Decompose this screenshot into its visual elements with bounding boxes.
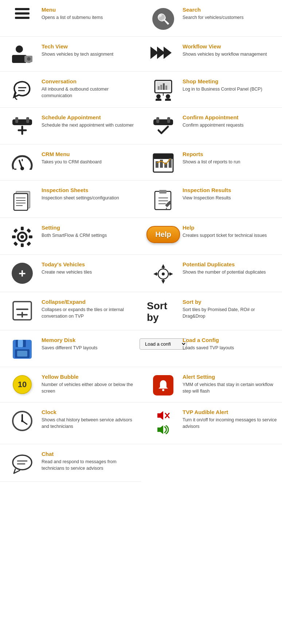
crm-menu-item[interactable]: CRM Menu Takes you to CRM dashboard (0, 144, 141, 180)
svg-rect-15 (165, 86, 167, 90)
svg-rect-12 (158, 86, 160, 90)
load-config-title: Load a Config (183, 337, 278, 343)
mute-icon (157, 410, 170, 423)
tech-view-icon (6, 43, 39, 65)
svg-rect-4 (27, 61, 31, 63)
todays-vehicles-icon: + (6, 261, 39, 284)
setting-item[interactable]: Setting Both SmartFlow & CRM settings (0, 218, 141, 255)
help-item[interactable]: Help Help Creates support ticket for tec… (141, 218, 282, 255)
sort-by-item[interactable]: Sort by Sort by Sort tiles by Promised D… (141, 292, 282, 330)
help-title: Help (183, 224, 278, 231)
svg-point-3 (27, 57, 31, 61)
conversation-item[interactable]: Conversation All inbound & outbound cust… (0, 72, 141, 108)
potential-duplicates-icon (147, 261, 180, 285)
menu-desc: Opens a list of submenu items (42, 15, 137, 21)
svg-rect-24 (15, 117, 18, 123)
svg-rect-19 (165, 99, 171, 101)
chat-icon (6, 451, 39, 475)
menu-item[interactable]: Menu Opens a list of submenu items (0, 0, 141, 37)
collapse-expand-icon (6, 299, 39, 321)
sort-by-label: Sort by (147, 300, 180, 323)
menu-title: Menu (42, 7, 137, 13)
tvp-audible-alert-desc: Turn it on/off for incoming messages to … (183, 417, 278, 430)
alert-setting-icon (147, 374, 180, 395)
clock-item[interactable]: Clock Shows chat history between service… (0, 402, 141, 444)
shop-meeting-title: Shop Meeting (183, 78, 278, 85)
crm-menu-title: CRM Menu (42, 151, 137, 158)
svg-rect-64 (13, 242, 18, 246)
svg-rect-31 (156, 117, 159, 123)
workflow-view-icon (147, 43, 180, 61)
reports-item[interactable]: Reports Shows a list of reports to run (141, 144, 282, 180)
confirm-appointment-title: Confirm Appointment (183, 114, 278, 121)
icon-grid: Menu Opens a list of submenu items Searc… (0, 0, 282, 482)
search-title: Search (183, 7, 278, 13)
memory-disk-desc: Saves different TVP layouts (42, 345, 137, 351)
svg-point-0 (16, 45, 23, 53)
alert-setting-item[interactable]: Alert Setting YMM of vehicles that stay … (141, 367, 282, 402)
workflow-view-item[interactable]: Workflow View Shows vehicles by workflow… (141, 37, 282, 72)
svg-rect-63 (27, 228, 31, 233)
svg-marker-69 (161, 280, 165, 284)
confirm-appointment-item[interactable]: Confirm Appointment Confirm appointment … (141, 108, 282, 144)
workflow-view-title: Workflow View (183, 43, 278, 50)
svg-rect-25 (26, 117, 29, 123)
tech-view-desc: Shows vehicles by tech assignment (42, 51, 137, 58)
todays-vehicles-item[interactable]: + Today's Vehicles Create new vehicles t… (0, 255, 141, 292)
sort-by-title: Sort by (183, 299, 278, 305)
collapse-expand-desc: Collapses or expands the tiles or intern… (42, 307, 137, 319)
setting-title: Setting (42, 224, 137, 231)
svg-rect-59 (21, 243, 24, 247)
collapse-expand-title: Collapse/Expand (42, 299, 137, 305)
potential-duplicates-item[interactable]: Potential Duplicates Shows the number of… (141, 255, 282, 292)
svg-rect-14 (163, 83, 165, 90)
sort-by-text-icon: Sort by (147, 299, 180, 323)
svg-marker-67 (161, 264, 165, 268)
alert-setting-desc: YMM of vehicles that stay in certain wor… (183, 382, 278, 394)
search-item[interactable]: Search Search for vehicles/customers (141, 0, 282, 37)
crm-menu-desc: Takes you to CRM dashboard (42, 159, 137, 166)
shop-meeting-desc: Log in to Business Control Panel (BCP) (183, 86, 278, 93)
tvp-audible-alert-title: TVP Audible Alert (183, 409, 278, 416)
load-config-icon[interactable]: Load a config (147, 337, 180, 350)
setting-icon (6, 224, 39, 248)
conversation-title: Conversation (42, 78, 137, 85)
yellow-bubble-number: 10 (13, 375, 32, 394)
inspection-sheets-desc: Inspection sheet settings/configuration (42, 195, 137, 202)
svg-rect-62 (13, 228, 18, 233)
yellow-bubble-item[interactable]: 10 Yellow Bubble Number of vehicles eith… (0, 367, 141, 402)
svg-rect-38 (153, 154, 173, 159)
reports-title: Reports (183, 151, 278, 158)
clock-title: Clock (42, 409, 137, 416)
confirm-appointment-desc: Confirm appointment requests (183, 122, 278, 129)
svg-point-18 (166, 94, 170, 99)
svg-rect-32 (167, 117, 170, 123)
memory-disk-item[interactable]: Memory Disk Saves different TVP layouts (0, 330, 141, 367)
tech-view-item[interactable]: Tech View Shows vehicles by tech assignm… (0, 37, 141, 72)
tvp-audible-alert-item[interactable]: TVP Audible Alert Turn it on/off for inc… (141, 402, 282, 444)
conversation-icon (6, 78, 39, 101)
shop-meeting-item[interactable]: Shop Meeting Log in to Business Control … (141, 72, 282, 108)
svg-marker-73 (169, 272, 173, 276)
collapse-expand-item[interactable]: Collapse/Expand Collapses or expands the… (0, 292, 141, 330)
potential-duplicates-desc: Shows the number of potential duplicates (183, 269, 278, 276)
inspection-results-title: Inspection Results (183, 187, 278, 194)
chat-item[interactable]: Chat Read and respond to messages from t… (0, 444, 141, 482)
help-button-icon[interactable]: Help (147, 224, 180, 243)
tech-view-title: Tech View (42, 43, 137, 50)
inspection-results-item[interactable]: Inspection Results View Inspection Resul… (141, 180, 282, 218)
clock-icon (6, 409, 39, 432)
tvp-audible-alert-icon (147, 409, 180, 437)
load-config-item[interactable]: Load a config Load a Config Loads saved … (141, 330, 282, 367)
svg-marker-71 (153, 272, 157, 276)
help-button[interactable]: Help (146, 226, 180, 243)
inspection-sheets-item[interactable]: Inspection Sheets Inspection sheet setti… (0, 180, 141, 218)
svg-rect-58 (21, 227, 24, 230)
schedule-appointment-item[interactable]: Schedule Appointment Schedule the next a… (0, 108, 141, 144)
svg-rect-65 (27, 242, 31, 246)
memory-disk-icon (6, 337, 39, 360)
sort-by-desc: Sort tiles by Promised Date, RO# or Drag… (183, 307, 278, 319)
clock-desc: Shows chat history between service advis… (42, 417, 137, 430)
svg-point-33 (20, 167, 24, 170)
svg-marker-93 (157, 425, 163, 434)
